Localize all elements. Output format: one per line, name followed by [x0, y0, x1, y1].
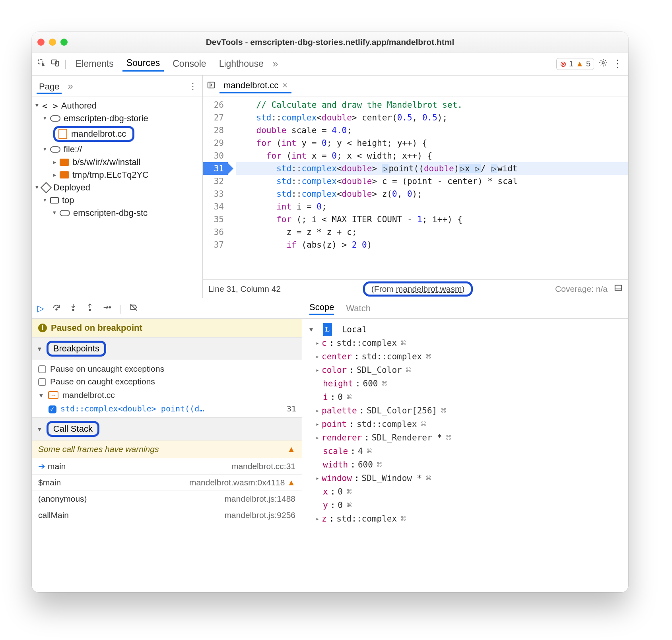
scope-var[interactable]: ▸ z: std::complex⌘: [302, 512, 628, 526]
tab-elements[interactable]: Elements: [72, 57, 118, 71]
settings-icon[interactable]: [599, 58, 608, 70]
svg-point-7: [72, 309, 74, 310]
tree-file-scheme[interactable]: ▸file://: [32, 143, 202, 156]
warning-icon: ▲: [287, 444, 295, 454]
device-icon[interactable]: [51, 58, 60, 70]
svg-point-9: [109, 306, 111, 308]
tree-top[interactable]: ▸top: [32, 194, 202, 207]
error-icon: ⊗: [560, 59, 567, 69]
scope-var[interactable]: x: 0⌘: [302, 485, 628, 498]
tab-console[interactable]: Console: [169, 57, 210, 71]
folder-icon: [60, 159, 69, 166]
cloud-icon: [50, 115, 60, 122]
code-content[interactable]: // Calculate and draw the Mandelbrot set…: [228, 97, 628, 279]
scope-var[interactable]: ▸ color: SDL_Color⌘: [302, 363, 628, 377]
svg-point-8: [89, 309, 91, 310]
scope-var[interactable]: ▸ window: SDL_Window *⌘: [302, 471, 628, 485]
window-title: DevTools - emscripten-dbg-stories.netlif…: [32, 37, 628, 47]
frame-icon: [50, 197, 59, 204]
show-console-icon[interactable]: [614, 283, 623, 294]
bp-file[interactable]: ▼↔mandelbrot.cc: [38, 388, 298, 402]
line-gutter[interactable]: 262728293031323334353637: [203, 97, 228, 279]
step-out-icon[interactable]: [85, 303, 94, 314]
pause-uncaught-checkbox[interactable]: Pause on uncaught exceptions: [38, 363, 298, 375]
scope-var[interactable]: ▸ c: std::complex⌘: [302, 336, 628, 350]
inspect-icon[interactable]: [37, 58, 46, 70]
warning-icon: ▲: [576, 59, 584, 68]
svg-point-3: [602, 62, 604, 64]
paused-banner: i Paused on breakpoint: [32, 319, 302, 337]
issues-pill[interactable]: ⊗ 1 ▲ 5: [556, 58, 594, 70]
navigator-pane: Page » ⋮ ▸< >Authored ▸emscripten-dbg-st…: [32, 76, 203, 298]
section-breakpoints[interactable]: ▼Breakpoints: [32, 337, 302, 360]
tree-folder[interactable]: ▸tmp/tmp.ELcTq2YC: [32, 169, 202, 181]
step-into-icon[interactable]: [69, 303, 78, 314]
editor-tab[interactable]: mandelbrot.cc ×: [219, 79, 291, 93]
deactivate-breakpoints-icon[interactable]: [129, 303, 138, 314]
cube-icon: [41, 182, 52, 193]
scope-pane: Scope Watch ▼ L Local ▸ c: std::complex⌘…: [302, 298, 628, 592]
devtools-window: DevTools - emscripten-dbg-stories.netlif…: [32, 32, 628, 592]
scope-var[interactable]: y: 0⌘: [302, 498, 628, 512]
callstack-warning: Some call frames have warnings▲: [32, 440, 302, 458]
tree-origin[interactable]: ▸emscripten-dbg-storie: [32, 112, 202, 125]
cloud-icon: [50, 146, 60, 153]
tree-file-selected[interactable]: mandelbrot.cc: [32, 125, 202, 143]
warning-count: 5: [586, 59, 590, 68]
main-toolbar: | Elements Sources Console Lighthouse » …: [32, 52, 628, 76]
section-callstack[interactable]: ▼Call Stack: [32, 417, 302, 440]
close-tab-icon[interactable]: ×: [282, 80, 287, 91]
pause-caught-checkbox[interactable]: Pause on caught exceptions: [38, 375, 298, 388]
tab-sources[interactable]: Sources: [122, 56, 164, 72]
callstack-frame[interactable]: $mainmandelbrot.wasm:0x4118 ▲: [32, 474, 302, 491]
scope-var[interactable]: scale: 4⌘: [302, 444, 628, 458]
tab-watch[interactable]: Watch: [346, 303, 371, 314]
toggle-navigator-icon[interactable]: [207, 81, 216, 91]
more-tabs-icon[interactable]: »: [272, 58, 278, 70]
editor-pane: mandelbrot.cc × 262728293031323334353637…: [203, 76, 628, 298]
scope-var[interactable]: i: 0⌘: [302, 390, 628, 404]
titlebar: DevTools - emscripten-dbg-stories.netlif…: [32, 32, 628, 52]
step-icon[interactable]: [102, 303, 111, 314]
cursor-position: Line 31, Column 42: [208, 284, 281, 294]
step-over-icon[interactable]: [52, 303, 61, 314]
debugger-toolbar: ▷ |: [32, 298, 302, 319]
tree-origin[interactable]: ▸emscripten-dbg-stc: [32, 207, 202, 219]
coverage-label: Coverage: n/a: [555, 284, 608, 294]
scope-var[interactable]: width: 600⌘: [302, 458, 628, 471]
chevron-right-icon[interactable]: »: [68, 81, 73, 91]
scope-var[interactable]: ▸ point: std::complex⌘: [302, 417, 628, 431]
tree-authored[interactable]: ▸< >Authored: [32, 99, 202, 112]
tab-lighthouse[interactable]: Lighthouse: [215, 57, 268, 71]
callstack-frame[interactable]: (anonymous)mandelbrot.js:1488: [32, 491, 302, 507]
scope-var[interactable]: ▸ palette: SDL_Color[256]⌘: [302, 404, 628, 417]
tab-scope[interactable]: Scope: [309, 302, 334, 315]
debugger-pane: ▷ | i Paused on breakpoint ▼Breakpoints …: [32, 298, 302, 592]
folder-icon: [60, 171, 69, 178]
tree-folder[interactable]: ▸b/s/w/ir/x/w/install: [32, 156, 202, 169]
sidebar-tab-page[interactable]: Page: [37, 80, 62, 94]
info-icon: i: [38, 324, 47, 332]
file-icon: [58, 129, 67, 139]
scope-var[interactable]: ▸ renderer: SDL_Renderer *⌘: [302, 431, 628, 444]
kebab-icon[interactable]: ⋮: [188, 81, 198, 92]
editor-statusbar: Line 31, Column 42 (From mandelbrot.wasm…: [203, 279, 628, 298]
scope-local[interactable]: ▼ L Local: [302, 323, 628, 336]
svg-rect-5: [615, 285, 622, 291]
bp-item[interactable]: std::complex<double> point((d… 31: [38, 402, 298, 415]
scope-var[interactable]: height: 600⌘: [302, 377, 628, 390]
kebab-icon[interactable]: ⋮: [612, 58, 623, 70]
svg-point-6: [56, 308, 57, 310]
scope-var[interactable]: ▸ center: std::complex⌘: [302, 350, 628, 363]
error-count: 1: [569, 59, 573, 68]
source-from-link[interactable]: (From mandelbrot.wasm): [363, 281, 473, 297]
callstack-frame[interactable]: callMainmandelbrot.js:9256: [32, 507, 302, 523]
cloud-icon: [60, 210, 70, 216]
tree-deployed[interactable]: ▸Deployed: [32, 181, 202, 194]
callstack-frame[interactable]: ➔mainmandelbrot.cc:31: [32, 458, 302, 474]
resume-icon[interactable]: ▷: [37, 303, 44, 314]
